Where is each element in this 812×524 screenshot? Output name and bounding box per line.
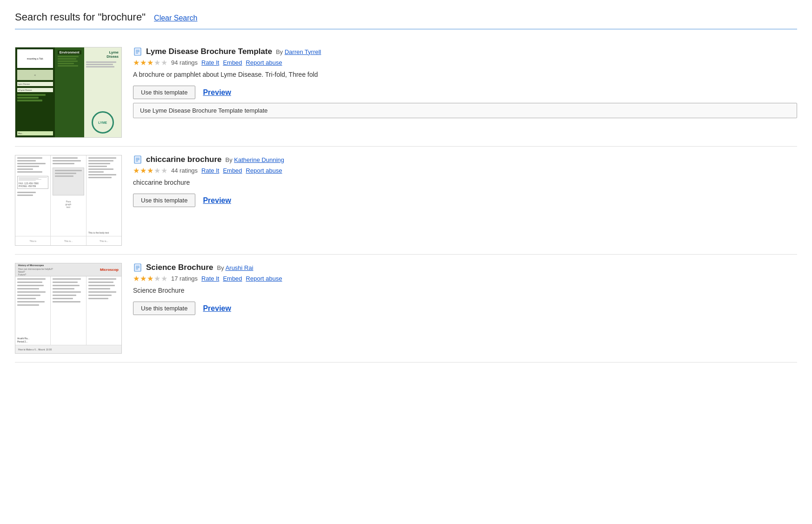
doc-icon-chiccarine <box>133 155 142 164</box>
clear-search-link[interactable]: Clear Search <box>154 14 197 22</box>
preview-link-chiccarine[interactable]: Preview <box>203 196 231 205</box>
star-2: ★ <box>140 274 146 283</box>
result-description-chiccarine: chiccarine brochure <box>133 179 797 186</box>
report-abuse-link-chiccarine[interactable]: Report abuse <box>246 167 282 174</box>
result-item-science: History of Microscopes How can microscop… <box>15 255 797 363</box>
doc-icon <box>133 47 142 56</box>
report-abuse-link-science[interactable]: Report abuse <box>246 275 282 282</box>
star-1: ★ <box>133 166 140 175</box>
ratings-count-chiccarine: 44 ratings <box>171 167 198 174</box>
result-item-lyme: mounting a Tick ☺ Lyme Disease of Lyme D… <box>15 39 797 147</box>
action-row-lyme: Use this template Preview <box>133 86 797 99</box>
results-list: mounting a Tick ☺ Lyme Disease of Lyme D… <box>15 39 797 363</box>
result-by-science: By Arushi Rai <box>217 264 253 271</box>
ratings-row-science: ★ ★ ★ ★ ★ 17 ratings Rate It Embed Repor… <box>133 274 797 283</box>
embed-link-lyme[interactable]: Embed <box>223 59 242 66</box>
result-description-science: Science Brochure <box>133 287 797 294</box>
star-2: ★ <box>140 58 146 67</box>
preview-link-lyme[interactable]: Preview <box>203 88 231 97</box>
result-title-lyme: Lyme Disease Brochure Template <box>146 47 272 56</box>
ratings-count-science: 17 ratings <box>171 275 198 282</box>
use-template-btn-lyme[interactable]: Use this template <box>133 86 195 99</box>
star-1: ★ <box>133 58 140 67</box>
ratings-row-chiccarine: ★ ★ ★ ★ ★ 44 ratings Rate It Embed Repor… <box>133 166 797 175</box>
embed-link-chiccarine[interactable]: Embed <box>223 167 242 174</box>
result-author-lyme[interactable]: Darren Tyrrell <box>285 48 321 55</box>
page-title: Search results for "brochure" <box>15 11 148 23</box>
thumbnail-science: History of Microscopes How can microscop… <box>15 263 122 354</box>
result-item-chiccarine: FAX: 123.456-7890PHONE: 456789 <box>15 147 797 255</box>
thumbnail-chiccarine: FAX: 123.456-7890PHONE: 456789 <box>15 155 122 246</box>
star-3: ★ <box>147 274 153 283</box>
result-by-lyme: By Darren Tyrrell <box>276 48 321 55</box>
star-4: ★ <box>154 274 160 283</box>
stars-lyme: ★ ★ ★ ★ ★ <box>133 58 167 67</box>
doc-icon-science <box>133 263 142 272</box>
star-4: ★ <box>154 166 160 175</box>
ratings-count-lyme: 94 ratings <box>171 59 198 66</box>
action-row-science: Use this template Preview <box>133 302 797 315</box>
rate-it-link-science[interactable]: Rate It <box>201 275 219 282</box>
star-2: ★ <box>140 166 146 175</box>
use-template-btn-chiccarine[interactable]: Use this template <box>133 194 195 207</box>
result-title-science: Science Brochure <box>146 263 213 272</box>
star-1: ★ <box>133 274 140 283</box>
star-5: ★ <box>161 274 167 283</box>
result-info-science: Science Brochure By Arushi Rai ★ ★ ★ ★ ★… <box>133 263 797 315</box>
stars-chiccarine: ★ ★ ★ ★ ★ <box>133 166 167 175</box>
stars-science: ★ ★ ★ ★ ★ <box>133 274 167 283</box>
result-author-science[interactable]: Arushi Rai <box>226 264 253 271</box>
action-row-chiccarine: Use this template Preview <box>133 194 797 207</box>
result-description-lyme: A brochure or pamphlet about Lyme Diseas… <box>133 71 797 78</box>
rate-it-link-lyme[interactable]: Rate It <box>201 59 219 66</box>
thumbnail-lyme: mounting a Tick ☺ Lyme Disease of Lyme D… <box>15 47 122 138</box>
use-template-btn-science[interactable]: Use this template <box>133 302 195 315</box>
star-5: ★ <box>161 166 167 175</box>
result-title-chiccarine: chiccarine brochure <box>146 155 222 164</box>
star-3: ★ <box>147 166 153 175</box>
star-4: ★ <box>154 58 160 67</box>
rate-it-link-chiccarine[interactable]: Rate It <box>201 167 219 174</box>
preview-link-science[interactable]: Preview <box>203 304 231 313</box>
embed-link-science[interactable]: Embed <box>223 275 242 282</box>
tooltip-lyme: Use Lyme Disease Brochure Template templ… <box>133 103 797 118</box>
page-header: Search results for "brochure" Clear Sear… <box>15 11 797 23</box>
result-info-chiccarine: chiccarine brochure By Katherine Dunning… <box>133 155 797 207</box>
result-author-chiccarine[interactable]: Katherine Dunning <box>234 156 284 163</box>
star-3: ★ <box>147 58 153 67</box>
star-5: ★ <box>161 58 167 67</box>
ratings-row-lyme: ★ ★ ★ ★ ★ 94 ratings Rate It Embed Repor… <box>133 58 797 67</box>
result-info-lyme: Lyme Disease Brochure Template By Darren… <box>133 47 797 118</box>
result-by-chiccarine: By Katherine Dunning <box>226 156 285 163</box>
header-divider <box>15 29 797 29</box>
report-abuse-link-lyme[interactable]: Report abuse <box>246 59 282 66</box>
